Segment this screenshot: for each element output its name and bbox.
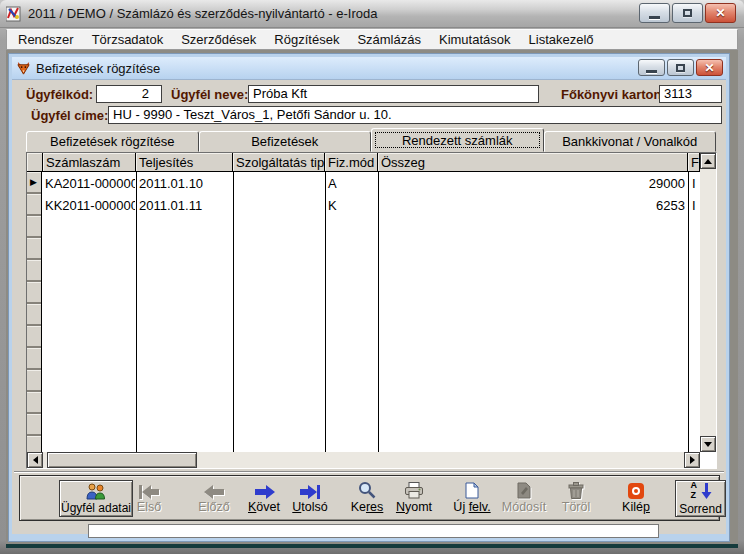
table-row[interactable]: KA2011-0000002 2011.01.10 A 29000 I bbox=[43, 172, 700, 194]
arrow-down-icon bbox=[704, 442, 712, 451]
cell-szamlaszam: KA2011-0000002 bbox=[43, 172, 135, 194]
elso-button: Első bbox=[120, 479, 178, 519]
cell-fizmod: K bbox=[326, 194, 377, 216]
main-titlebar: 2011 / DEMO / Számlázó és szerződés-nyil… bbox=[0, 0, 744, 28]
col-osszeg[interactable]: Összeg bbox=[378, 153, 688, 172]
scroll-right-button[interactable] bbox=[684, 452, 700, 468]
child-window: Befizetések rögzítése ✕ Ügyfélkód: 2 Ügy… bbox=[8, 53, 730, 542]
ugyfel-neve-label: Ügyfél neve: bbox=[171, 87, 248, 102]
menu-rogzitesek[interactable]: Rögzítések bbox=[265, 30, 348, 49]
tab-befizetesek[interactable]: Befizetések bbox=[199, 131, 372, 152]
tab-strip: Befizetések rögzítése Befizetések Rendez… bbox=[26, 128, 716, 152]
menu-listakezelo[interactable]: Listakezelő bbox=[520, 30, 603, 49]
menu-bar: Rendszer Törzsadatok Szerződések Rögzíté… bbox=[6, 29, 738, 50]
scroll-up-button[interactable] bbox=[700, 153, 716, 169]
cell-fizmod: A bbox=[326, 172, 377, 194]
record-selector-column: ▶ bbox=[27, 172, 42, 452]
horizontal-scrollbar[interactable] bbox=[27, 452, 700, 468]
child-close-button[interactable]: ✕ bbox=[696, 59, 723, 76]
menu-szerzodesek[interactable]: Szerződések bbox=[172, 30, 265, 49]
new-page-icon bbox=[443, 479, 501, 499]
menu-torzsadatok[interactable]: Törzsadatok bbox=[83, 30, 173, 49]
col-teljesites[interactable]: Teljesítés bbox=[136, 153, 233, 172]
exit-icon bbox=[607, 479, 665, 499]
utolso-button[interactable]: Utolsó bbox=[281, 479, 339, 519]
people-icon bbox=[85, 483, 107, 500]
fox-icon bbox=[16, 61, 31, 76]
tab-bankkivonat-vonalkod[interactable]: Bankkivonat / Vonalkód bbox=[544, 131, 717, 152]
trash-icon bbox=[547, 479, 605, 499]
app-icon bbox=[6, 6, 22, 22]
nyomt-button[interactable]: Nyomt bbox=[385, 479, 443, 519]
child-window-title: Befizetések rögzítése bbox=[36, 61, 160, 76]
toolbar: Ügyfél adatai Első Előző bbox=[19, 475, 720, 521]
grid-body: KA2011-0000002 2011.01.10 A 29000 I KK20… bbox=[43, 172, 700, 452]
cell-szamlaszam: KK2011-0000001 bbox=[43, 194, 135, 216]
cell-osszeg: 6253 bbox=[379, 194, 687, 216]
col-szolgaltatas-tipus[interactable]: Szolgáltatás tipus bbox=[233, 153, 325, 172]
maximize-icon bbox=[683, 9, 692, 17]
tab-rendezett-szamlak[interactable]: Rendezett számlák bbox=[371, 128, 544, 152]
window-title: 2011 / DEMO / Számlázó és szerződés-nyil… bbox=[28, 6, 377, 21]
minimize-icon bbox=[646, 70, 657, 73]
cell-teljesites: 2011.01.11 bbox=[137, 194, 232, 216]
menu-kimutatasok[interactable]: Kimutatások bbox=[430, 30, 520, 49]
minimize-button[interactable] bbox=[639, 3, 670, 23]
cell-extra: I bbox=[690, 194, 700, 216]
arrow-right-icon bbox=[690, 456, 699, 464]
tab-befizetesek-rogzitese[interactable]: Befizetések rögzítése bbox=[26, 131, 199, 152]
arrow-up-icon bbox=[704, 155, 712, 164]
ugyfelkod-label: Ügyfélkód: bbox=[26, 87, 93, 102]
menu-rendszer[interactable]: Rendszer bbox=[9, 30, 83, 49]
current-row-marker: ▶ bbox=[30, 177, 37, 187]
horizontal-scroll-thumb[interactable] bbox=[47, 452, 197, 468]
maximize-button[interactable] bbox=[672, 3, 703, 23]
cell-teljesites: 2011.01.10 bbox=[137, 172, 232, 194]
col-fizmod[interactable]: Fiz.mód bbox=[325, 153, 378, 172]
cell-szolgaltatas bbox=[234, 172, 324, 194]
ugyfel-cime-input[interactable]: HU - 9990 - Teszt_Város_1, Petőfi Sándor… bbox=[108, 106, 722, 124]
scroll-down-button[interactable] bbox=[700, 436, 716, 452]
child-maximize-button[interactable] bbox=[667, 59, 694, 76]
edit-page-icon bbox=[495, 479, 553, 499]
child-body: Ügyfélkód: 2 Ügyfél neve: Próba Kft Főkö… bbox=[12, 79, 726, 534]
cell-szolgaltatas bbox=[234, 194, 324, 216]
cell-extra: I bbox=[690, 172, 700, 194]
ugyfelkod-input[interactable]: 2 bbox=[96, 85, 162, 103]
scroll-left-button[interactable] bbox=[27, 452, 43, 468]
kilep-button[interactable]: Kilép bbox=[607, 479, 665, 519]
table-row[interactable]: KK2011-0000001 2011.01.11 K 6253 I bbox=[43, 194, 700, 216]
grid-header: Számlaszám Teljesítés Szolgáltatás tipus… bbox=[27, 153, 700, 172]
minimize-icon bbox=[649, 16, 660, 19]
child-titlebar: Befizetések rögzítése ✕ bbox=[12, 57, 726, 79]
last-record-icon bbox=[281, 479, 339, 499]
sorrend-button[interactable]: AZ Sorrend bbox=[675, 480, 726, 517]
maximize-icon bbox=[676, 64, 685, 72]
uj-felv-button[interactable]: Új felv. bbox=[443, 479, 501, 519]
modosit-button: Módosít bbox=[495, 479, 553, 519]
close-icon: ✕ bbox=[704, 62, 714, 74]
invoice-grid: Számlaszám Teljesítés Szolgáltatás tipus… bbox=[26, 152, 717, 469]
close-button[interactable]: ✕ bbox=[705, 3, 736, 23]
vertical-scrollbar[interactable] bbox=[700, 153, 716, 452]
status-bar bbox=[88, 524, 659, 538]
ugyfel-cime-label: Ügyfél címe: bbox=[31, 108, 108, 123]
sorrend-label: Sorrend bbox=[679, 502, 722, 516]
grid-header-selector bbox=[27, 153, 43, 172]
ugyfel-neve-input[interactable]: Próba Kft bbox=[248, 85, 539, 103]
close-icon: ✕ bbox=[715, 7, 725, 19]
arrow-left-icon bbox=[29, 456, 38, 464]
col-szamlaszam[interactable]: Számlaszám bbox=[43, 153, 136, 172]
printer-icon bbox=[385, 479, 443, 499]
scrollbar-corner bbox=[700, 452, 716, 468]
fokonyvi-karton-label: Főkönyvi karton: bbox=[561, 87, 666, 102]
menu-szamlazas[interactable]: Számlázás bbox=[348, 30, 430, 49]
cell-osszeg: 29000 bbox=[379, 172, 687, 194]
mdi-area: Befizetések rögzítése ✕ Ügyfélkód: 2 Ügy… bbox=[6, 50, 738, 548]
sort-az-icon: AZ bbox=[690, 481, 712, 501]
child-minimize-button[interactable] bbox=[638, 59, 665, 76]
col-partial[interactable]: F bbox=[688, 153, 700, 172]
torol-button: Töröl bbox=[547, 479, 605, 519]
fokonyvi-karton-input[interactable]: 3113 bbox=[659, 85, 722, 103]
first-record-icon bbox=[120, 479, 178, 499]
